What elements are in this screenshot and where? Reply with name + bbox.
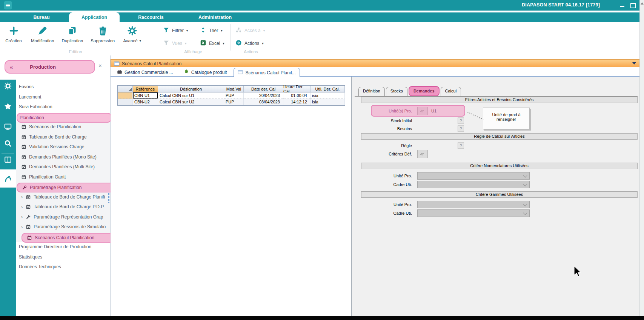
cell-designation[interactable]: Calcul CBN sur U1	[158, 92, 224, 99]
columns-icon[interactable]	[0, 154, 16, 165]
cell-designation[interactable]: Calcul CBN sur U2	[158, 99, 224, 105]
hand-edit-button[interactable]	[417, 150, 428, 158]
chevron-down-icon	[523, 202, 527, 206]
sidebar-item-parametrage-sessions-de-simulatio[interactable]: ›Paramétrage Sessions de Simulatio	[17, 223, 112, 231]
help-button[interactable]: ?	[458, 125, 464, 132]
column-header-util-der-cal[interactable]: Util. Der. Cal.	[310, 86, 345, 92]
cell-modval[interactable]: PUP	[224, 99, 244, 105]
button-label: Vues	[172, 41, 182, 46]
chevron-right-icon[interactable]: ›	[21, 224, 23, 230]
annotation-callout: Unité de prod à renseigner	[483, 108, 530, 129]
wheel-icon[interactable]	[0, 80, 16, 92]
ribbon-tab-application[interactable]: Application	[69, 12, 120, 22]
sidebar-item-label: Scénarios Calcul Planification	[35, 235, 94, 240]
modification-button[interactable]: Modification	[30, 23, 55, 44]
suppression-button[interactable]: Suppression	[90, 23, 115, 44]
row-selector[interactable]	[118, 99, 133, 105]
monitor-icon[interactable]	[0, 121, 16, 132]
sidebar-item-parametrage-planification[interactable]: Paramétrage Planification	[17, 183, 114, 192]
search-icon[interactable]	[0, 138, 16, 149]
field-row-criteres-def: Critères Déf.	[361, 149, 638, 158]
star-icon[interactable]	[0, 101, 16, 112]
help-button[interactable]: ?	[458, 142, 464, 149]
sidebar-item-programme-directeur-de-production[interactable]: Programme Directeur de Production	[17, 243, 110, 251]
panel-tab-definition[interactable]: Définition	[358, 87, 385, 96]
sidebar-item-favoris[interactable]: Favoris	[17, 83, 110, 91]
sidebar-item-scenarios-de-planification[interactable]: Scénarios de Planification	[17, 123, 112, 131]
sidebar-item-demandes-planifiees-mono-site[interactable]: Demandes Planifiées (Mono Site)	[17, 153, 112, 161]
sidebar-item-statistiques[interactable]: Statistiques	[17, 253, 110, 261]
document-dropdown-icon[interactable]	[632, 62, 636, 65]
sidebar-item-validation-sessions-charge[interactable]: Validation Sessions Charge	[17, 143, 112, 151]
cell-modval[interactable]: PUP	[224, 92, 244, 99]
sidebar-item-scenarios-calcul-planification[interactable]: Scénarios Calcul Planification	[22, 233, 114, 243]
sidebar-item-label: Données Techniques	[19, 264, 61, 269]
ribbon-tab-bureau[interactable]: Bureau	[23, 12, 60, 22]
row-selector[interactable]	[118, 92, 133, 99]
cell-heure[interactable]: 01:00:04	[283, 92, 310, 99]
sidebar-scrollbar-thumb[interactable]	[108, 193, 109, 203]
document-tab-scenarios-calcul-planif[interactable]: Scénarios Calcul Planif...	[234, 68, 300, 77]
cell-heure[interactable]: 14:12:12	[283, 99, 310, 105]
sidebar-item-parametrage-representation-grap[interactable]: ›Paramétrage Représentation Grap	[17, 213, 112, 221]
field-row-cadre-uti: Cadre Uti.	[361, 180, 638, 189]
sidebar-item-label: Paramétrage Planification	[30, 185, 81, 190]
field-dropdown[interactable]	[417, 172, 530, 180]
duplication-button[interactable]: Duplication	[61, 23, 84, 44]
section-header-regle-de-calcul-sur-articles: Règle de Calcul sur Articles	[361, 133, 638, 140]
field-dropdown[interactable]	[417, 209, 530, 217]
sidebar-item-tableaux-de-bord-de-charge[interactable]: Tableaux de Bord de Charge	[17, 133, 112, 141]
column-header-reference[interactable]: Référence	[133, 86, 158, 92]
panel-tab-demandes[interactable]: Demandes	[409, 86, 440, 96]
scroll-up-arrow-icon[interactable]	[641, 2, 644, 5]
creation-button[interactable]: Création	[3, 23, 24, 44]
cell-util[interactable]: isia	[310, 92, 345, 99]
maximize-button[interactable]	[630, 3, 636, 8]
actions-button[interactable]: Actions▾	[235, 40, 264, 47]
ribbon-tab-administration[interactable]: Administration	[177, 12, 253, 22]
trier-button[interactable]: Trier▾	[200, 27, 223, 34]
cell-reference[interactable]: CBN-U1	[133, 92, 158, 99]
column-header-designation[interactable]: Désignation	[158, 86, 224, 92]
sidebar-item-planification[interactable]: Planification	[17, 113, 112, 123]
cell-date[interactable]: 03/04/2023	[244, 99, 283, 105]
sidebar-item-tableaux-de-bord-de-charge-planifi[interactable]: ›Tableaux de Bord de Charge Planifi	[17, 193, 112, 201]
help-button[interactable]: ?	[458, 117, 464, 124]
document-tab-catalogue-produit[interactable]: Catalogue produit	[180, 68, 231, 77]
panel-tab-stocks[interactable]: Stocks	[386, 87, 407, 96]
avance-button[interactable]: Avancé▾	[121, 23, 143, 44]
field-dropdown[interactable]	[417, 201, 530, 208]
sidebar-item-suivi-fabrication[interactable]: Suivi Fabrication	[17, 103, 110, 111]
document-tab-gestion-commerciale[interactable]: Gestion Commerciale ...	[113, 68, 177, 77]
minimize-button[interactable]	[620, 6, 624, 7]
cell-date[interactable]: 20/04/2023	[244, 92, 283, 99]
sidebar-item-label: Demandes Planifiées (Mono Site)	[29, 154, 97, 160]
sidebar-item-lancement[interactable]: Lancement	[17, 93, 110, 101]
scenario-table[interactable]: RéférenceDésignationMod.ValDate der. Cal…	[117, 85, 345, 106]
field-dropdown[interactable]	[417, 181, 530, 188]
table-select-all-header[interactable]	[118, 86, 133, 92]
dropdown-arrow-icon: ▾	[185, 42, 187, 45]
column-header-heure-der-cal[interactable]: Heure Der. Cal.	[283, 86, 310, 92]
sidebar-item-donnees-techniques[interactable]: Données Techniques	[17, 263, 110, 271]
ribbon-tab-raccourcis[interactable]: Raccourcis	[128, 12, 174, 22]
product-icon	[184, 69, 189, 75]
chevron-right-icon[interactable]: ›	[21, 194, 23, 200]
column-header-date-der-cal[interactable]: Date der. Cal	[244, 86, 283, 92]
sidebar-header[interactable]: « Production	[5, 60, 95, 74]
cell-util[interactable]: isia	[310, 99, 345, 105]
robot-icon[interactable]	[0, 173, 16, 184]
sidebar-close-icon[interactable]: ×	[98, 62, 102, 69]
panel-tab-calcul[interactable]: Calcul	[441, 87, 461, 96]
chevron-right-icon[interactable]: ›	[21, 214, 23, 220]
column-header-mod-val[interactable]: Mod.Val	[224, 86, 244, 92]
sidebar-item-planification-gantt[interactable]: Planification Gantt	[17, 173, 112, 181]
chevron-right-icon[interactable]: ›	[21, 204, 23, 210]
sidebar-collapse-icon[interactable]: «	[10, 64, 13, 70]
excel-button[interactable]: Excel▾	[200, 40, 224, 47]
window-scrollbar[interactable]	[639, 0, 644, 316]
sidebar-item-tableaux-de-bord-de-charge-p-d-p[interactable]: ›Tableaux de Bord de Charge P.D.P.	[17, 203, 112, 211]
filtrer-button[interactable]: Filtrer▾	[163, 27, 188, 34]
sidebar-item-demandes-planifiees-multi-site[interactable]: Demandes Planifiées (Multi Site)	[17, 163, 112, 171]
cell-reference[interactable]: CBN-U2	[133, 99, 158, 105]
